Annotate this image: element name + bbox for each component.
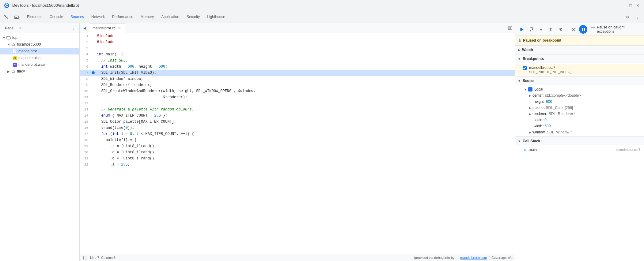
code-line-18[interactable]: 18 palette[i] = { bbox=[80, 137, 515, 143]
resume-button[interactable] bbox=[518, 25, 526, 34]
tab-network[interactable]: Network bbox=[88, 11, 108, 23]
step-into-button[interactable] bbox=[537, 25, 545, 34]
line-bp-4[interactable] bbox=[91, 51, 96, 58]
code-line-19[interactable]: 19 .r = (uint8_t)rand(), bbox=[80, 143, 515, 149]
scope-item-palette[interactable]: ▶ palette : SDL_Color [256] bbox=[515, 105, 644, 111]
format-pretty-button[interactable] bbox=[506, 24, 514, 32]
code-line-9[interactable]: 9 SDL_Renderer* renderer; bbox=[80, 82, 515, 88]
code-line-7[interactable]: 7 SDL_Init(SDL_INIT_VIDEO); bbox=[80, 70, 515, 76]
code-line-4[interactable]: 4int main() { bbox=[80, 51, 515, 58]
scope-item-renderer[interactable]: ▶ renderer : SDL_Renderer * bbox=[515, 111, 644, 117]
line-bp-15[interactable] bbox=[91, 119, 96, 125]
scope-header[interactable]: ▼ Scope bbox=[515, 76, 644, 85]
editor-tab-close[interactable]: ✕ bbox=[117, 26, 122, 30]
right-panel-scroll[interactable]: ℹ Paused on breakpoint ▶ Watch ▼ Breakpo… bbox=[515, 35, 644, 261]
line-bp-7[interactable] bbox=[91, 70, 96, 76]
code-line-22[interactable]: 22 .a = 255, bbox=[80, 162, 515, 168]
step-out-button[interactable] bbox=[547, 25, 555, 34]
tab-performance[interactable]: Performance bbox=[108, 11, 137, 23]
tab-application[interactable]: Application bbox=[157, 11, 183, 23]
code-line-11[interactable]: 11 &renderer); bbox=[80, 94, 515, 100]
minimize-button[interactable]: — bbox=[621, 3, 626, 8]
sidebar-kebab-button[interactable]: ⋮ bbox=[70, 24, 77, 32]
code-line-20[interactable]: 20 .g = (uint8_t)rand(), bbox=[80, 149, 515, 155]
code-line-17[interactable]: 17 for (int i = 0; i < MAX_ITER_COUNT; +… bbox=[80, 131, 515, 137]
tree-item-mandelbrot-js[interactable]: JS mandelbrot.js bbox=[0, 54, 79, 61]
line-bp-21[interactable] bbox=[91, 155, 96, 162]
line-bp-3[interactable] bbox=[91, 45, 96, 51]
callstack-item-main[interactable]: ► main mandelbrot.cc:7 bbox=[515, 147, 644, 153]
tab-sources[interactable]: Sources bbox=[67, 11, 88, 23]
sidebar-more-button[interactable]: » bbox=[17, 25, 23, 31]
step-over-button[interactable] bbox=[527, 25, 536, 34]
line-bp-10[interactable] bbox=[91, 88, 96, 94]
device-toolbar-button[interactable] bbox=[12, 13, 21, 21]
code-line-15[interactable]: 15 SDL_Color palette[MAX_ITER_COUNT]; bbox=[80, 119, 515, 125]
code-line-14[interactable]: 14 enum { MAX_ITER_COUNT = 256 }; bbox=[80, 113, 515, 119]
tab-elements[interactable]: Elements bbox=[23, 11, 46, 23]
line-bp-13[interactable] bbox=[91, 106, 96, 113]
line-bp-17[interactable] bbox=[91, 131, 96, 137]
tree-item-mandelbrot[interactable]: 📄 mandelbrot bbox=[0, 48, 79, 54]
watch-header[interactable]: ▶ Watch bbox=[515, 46, 644, 54]
code-line-8[interactable]: 8 SDL_Window* window; bbox=[80, 76, 515, 82]
line-bp-11[interactable] bbox=[91, 94, 96, 100]
code-line-12[interactable]: 12 bbox=[80, 100, 515, 106]
scope-local-header[interactable]: ▼ L Local bbox=[515, 86, 644, 92]
code-line-21[interactable]: 21 .b = (uint8_t)rand(), bbox=[80, 155, 515, 162]
more-tools-button[interactable]: ⋮ bbox=[633, 13, 642, 21]
editor-tab-mandelbrot[interactable]: mandelbrot.cc ✕ bbox=[89, 23, 125, 33]
code-editor[interactable]: 1#include 2#include 3 4int main() {5 // … bbox=[80, 33, 515, 254]
scope-item-center[interactable]: ▶ center : std::complex<double> bbox=[515, 92, 644, 99]
line-bp-14[interactable] bbox=[91, 113, 96, 119]
callstack-header[interactable]: ▼ Call Stack bbox=[515, 137, 644, 145]
tree-item-mandelbrot-wasm[interactable]: W mandelbrot.wasm bbox=[0, 61, 79, 68]
code-line-3[interactable]: 3 bbox=[80, 45, 515, 51]
line-bp-5[interactable] bbox=[91, 58, 96, 64]
code-line-6[interactable]: 6 int width = 600, height = 600; bbox=[80, 64, 515, 70]
line-bp-22[interactable] bbox=[91, 162, 96, 168]
pause-exceptions-input[interactable] bbox=[591, 27, 595, 31]
scope-item-scale[interactable]: scale : 0 bbox=[515, 117, 644, 123]
line-bp-8[interactable] bbox=[91, 76, 96, 82]
line-bp-12[interactable] bbox=[91, 100, 96, 106]
line-bp-1[interactable] bbox=[91, 33, 96, 39]
code-line-16[interactable]: 16 srand(time(0)); bbox=[80, 125, 515, 131]
scope-item-window[interactable]: ▶ window : SDL_Window * bbox=[515, 129, 644, 135]
editor-nav-back[interactable]: ◀ bbox=[81, 24, 88, 32]
line-bp-19[interactable] bbox=[91, 143, 96, 149]
tree-item-file[interactable]: ▶ file:// bbox=[0, 68, 79, 75]
close-button[interactable]: ✕ bbox=[635, 3, 640, 8]
deactivate-breakpoints-button[interactable] bbox=[570, 25, 578, 34]
breakpoint-checkbox[interactable] bbox=[523, 66, 527, 70]
line-bp-2[interactable] bbox=[91, 39, 96, 45]
inspect-element-button[interactable] bbox=[2, 13, 11, 21]
tree-item-localhost[interactable]: ▼ localhost:5000 bbox=[0, 41, 79, 48]
step-button[interactable] bbox=[556, 25, 564, 34]
tab-lighthouse[interactable]: Lighthouse bbox=[203, 11, 229, 23]
line-bp-16[interactable] bbox=[91, 125, 96, 131]
line-bp-9[interactable] bbox=[91, 82, 96, 88]
pretty-print-button[interactable]: { } bbox=[82, 255, 88, 260]
pause-exceptions-checkbox[interactable]: Pause on caught exceptions bbox=[591, 25, 642, 34]
breakpoint-item[interactable]: mandelbrot.cc:7 SDL_Init(SDL_INIT_VIDEO)… bbox=[515, 64, 644, 75]
maximize-button[interactable]: □ bbox=[628, 3, 633, 8]
code-line-5[interactable]: 5 // Init SDL. bbox=[80, 58, 515, 64]
scope-item-height[interactable]: height : 600 bbox=[515, 99, 644, 105]
pause-button[interactable] bbox=[579, 25, 587, 34]
line-bp-18[interactable] bbox=[91, 137, 96, 143]
status-wasm-link[interactable]: mandelbrot.wasm bbox=[460, 256, 487, 259]
code-line-2[interactable]: 2#include bbox=[80, 39, 515, 45]
line-bp-6[interactable] bbox=[91, 64, 96, 70]
tab-security[interactable]: Security bbox=[183, 11, 203, 23]
breakpoints-header[interactable]: ▼ Breakpoints bbox=[515, 54, 644, 63]
code-line-13[interactable]: 13 // Generate a palette with random col… bbox=[80, 106, 515, 113]
line-bp-20[interactable] bbox=[91, 149, 96, 155]
page-tab[interactable]: Page bbox=[2, 26, 16, 30]
code-line-10[interactable]: 10 SDL_CreateWindowAndRenderer(width, he… bbox=[80, 88, 515, 94]
tab-memory[interactable]: Memory bbox=[137, 11, 157, 23]
code-line-1[interactable]: 1#include bbox=[80, 33, 515, 39]
settings-button[interactable]: ⚙ bbox=[623, 13, 632, 21]
tree-item-top[interactable]: ▼ top bbox=[0, 34, 79, 41]
scope-item-width[interactable]: width : 600 bbox=[515, 123, 644, 129]
